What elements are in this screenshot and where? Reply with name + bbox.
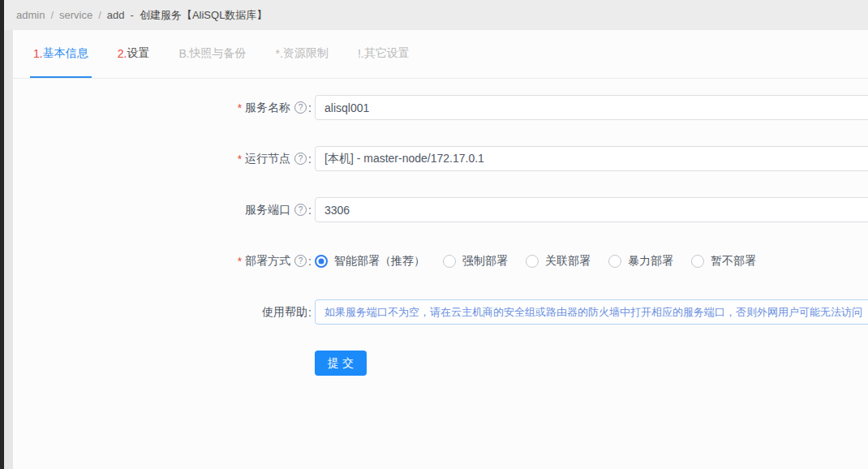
radio-no-deploy[interactable]: 暂不部署 — [691, 254, 756, 269]
usage-help-label: 使用帮助 : — [13, 305, 315, 320]
form-row-service-name: * 服务名称 ? : — [13, 95, 868, 120]
deploy-mode-label: * 部署方式 ? : — [13, 254, 315, 269]
tab-prefix: 1. — [33, 47, 43, 60]
tab-label: 其它设置 — [364, 46, 410, 61]
help-question-icon[interactable]: ? — [294, 153, 307, 165]
radio-force-deploy[interactable]: 强制部署 — [443, 254, 508, 269]
breadcrumb-separator: / — [98, 9, 101, 21]
tab-label: 基本信息 — [43, 46, 88, 61]
tab-resource-limit[interactable]: *.资源限制 — [273, 30, 332, 78]
tab-label: 快照与备份 — [190, 46, 247, 61]
collapsed-sidebar — [0, 0, 4, 469]
label-text: 服务名称 — [245, 101, 290, 115]
breadcrumb-item-service[interactable]: service — [59, 9, 92, 21]
submit-button[interactable]: 提 交 — [315, 351, 367, 376]
page-title: 创建服务【AliSQL数据库】 — [140, 8, 267, 23]
breadcrumb-dash: - — [131, 9, 134, 21]
tab-snapshot-backup[interactable]: B.快照与备份 — [175, 30, 249, 78]
radio-smart-deploy[interactable]: 智能部署（推荐） — [315, 254, 425, 269]
radio-button-icon — [608, 255, 621, 268]
service-port-input[interactable] — [315, 197, 868, 222]
label-colon: : — [308, 204, 312, 217]
breadcrumb-item-admin[interactable]: admin — [16, 9, 45, 21]
help-question-icon[interactable]: ? — [294, 255, 307, 267]
tab-prefix: B. — [178, 47, 189, 60]
label-colon: : — [308, 101, 312, 114]
label-text: 使用帮助 — [262, 305, 307, 320]
label-text: 部署方式 — [245, 254, 290, 269]
required-mark: * — [238, 255, 242, 268]
label-text: 运行节点 — [245, 152, 290, 166]
service-name-label: * 服务名称 ? : — [13, 101, 315, 115]
radio-label: 关联部署 — [545, 254, 591, 269]
tab-other-settings[interactable]: !.其它设置 — [355, 30, 413, 78]
content-card: 1.基本信息 2.设置 B.快照与备份 *.资源限制 !.其它设置 * 服务名称… — [13, 30, 868, 469]
tab-prefix: !. — [358, 47, 364, 60]
radio-linked-deploy[interactable]: 关联部署 — [526, 254, 591, 269]
form-row-run-node: * 运行节点 ? : — [13, 146, 868, 171]
service-name-input[interactable] — [315, 95, 868, 120]
required-mark: * — [238, 153, 242, 166]
radio-label: 暴力部署 — [628, 254, 673, 269]
tab-prefix: 2. — [118, 47, 127, 60]
breadcrumb: admin / service / add - 创建服务【AliSQL数据库】 — [4, 0, 868, 30]
label-colon: : — [308, 153, 312, 166]
radio-label: 智能部署（推荐） — [334, 254, 425, 269]
tab-label: 设置 — [127, 46, 149, 61]
radio-button-icon — [526, 255, 539, 268]
run-node-label: * 运行节点 ? : — [13, 152, 315, 166]
tab-basic-info[interactable]: 1.基本信息 — [30, 30, 92, 78]
label-colon: : — [308, 306, 312, 319]
radio-label: 强制部署 — [462, 254, 508, 269]
usage-help-message: 如果服务端口不为空，请在云主机商的安全组或路由器的防火墙中打开相应的服务端口，否… — [315, 299, 868, 325]
form-row-submit: 提 交 — [13, 351, 868, 376]
help-question-icon[interactable]: ? — [294, 204, 307, 216]
create-service-form: * 服务名称 ? : * 运行节点 ? : 服务端口 — [13, 79, 868, 376]
breadcrumb-separator: / — [50, 9, 54, 21]
form-row-service-port: 服务端口 ? : — [13, 197, 868, 222]
run-node-input[interactable] — [315, 146, 868, 171]
tab-prefix: *. — [276, 47, 283, 60]
label-colon: : — [308, 255, 312, 268]
radio-label: 暂不部署 — [711, 254, 756, 269]
radio-brute-deploy[interactable]: 暴力部署 — [608, 254, 673, 269]
help-question-icon[interactable]: ? — [294, 101, 307, 114]
tab-bar: 1.基本信息 2.设置 B.快照与备份 *.资源限制 !.其它设置 — [13, 30, 868, 79]
breadcrumb-item-add: add — [107, 9, 125, 21]
tab-settings[interactable]: 2.设置 — [114, 30, 153, 78]
radio-button-icon — [443, 255, 456, 268]
radio-button-icon — [691, 255, 704, 268]
tab-label: 资源限制 — [283, 46, 329, 61]
service-port-label: 服务端口 ? : — [13, 203, 315, 217]
required-mark: * — [238, 101, 242, 114]
form-row-usage-help: 使用帮助 : 如果服务端口不为空，请在云主机商的安全组或路由器的防火墙中打开相应… — [13, 299, 868, 325]
label-text: 服务端口 — [245, 203, 290, 217]
radio-button-icon — [315, 255, 328, 268]
deploy-mode-radio-group: 智能部署（推荐） 强制部署 关联部署 暴力部署 暂不部署 — [315, 254, 868, 269]
form-row-deploy-mode: * 部署方式 ? : 智能部署（推荐） 强制部署 关联部署 — [13, 248, 868, 273]
